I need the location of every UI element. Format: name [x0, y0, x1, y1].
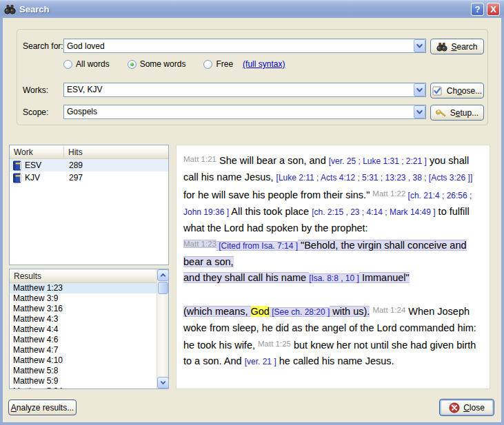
scroll-down-button[interactable] [157, 377, 169, 388]
cross-reference-link[interactable]: [Isa. 8:8 , 10 ] [309, 273, 359, 283]
work-row[interactable]: ESV289 [10, 159, 168, 172]
results-panel: Results Matthew 1:23Matthew 3:9Matthew 3… [9, 269, 169, 389]
result-item[interactable]: Matthew 4:6 [10, 335, 157, 345]
radio-circle-icon[interactable] [128, 60, 137, 69]
window-close-button[interactable]: X [487, 3, 500, 16]
search-mode-radios: All wordsSome wordsFree(full syntax) [63, 59, 285, 69]
works-combo-dropdown[interactable] [414, 83, 425, 96]
chevron-up-icon [159, 271, 167, 279]
binoculars-icon [436, 42, 447, 52]
radio-circle-icon[interactable] [203, 60, 212, 69]
radio-all-words[interactable]: All words [63, 59, 110, 69]
results-scrollbar[interactable] [157, 269, 168, 388]
scope-value: Gospels [64, 105, 414, 118]
verse-text: Immanuel" [359, 272, 410, 283]
analyze-results-label: Analyze results... [11, 403, 74, 413]
choose-button[interactable]: Choose... [430, 83, 484, 99]
result-item[interactable]: Matthew 4:4 [10, 324, 157, 335]
setup-button[interactable]: Setup... [430, 105, 484, 121]
verse-text: he called his name Jesus. [276, 355, 394, 366]
cross-reference-link[interactable]: [ch. 2:15 , 23 ; 4:14 ; Mark 14:49 ] [312, 207, 435, 217]
chevron-down-icon [159, 379, 167, 386]
chevron-down-icon [415, 41, 424, 50]
scope-combo-dropdown[interactable] [414, 105, 425, 118]
works-value: ESV, KJV [64, 83, 414, 96]
scope-label: Scope: [23, 107, 48, 117]
chevron-down-icon [415, 85, 424, 94]
results-list: Matthew 1:23Matthew 3:9Matthew 3:16Matth… [10, 283, 157, 388]
verse-text: with us). [330, 306, 370, 317]
work-hit-count: 289 [63, 160, 83, 170]
result-item[interactable]: Matthew 4:10 [10, 355, 157, 366]
work-hits-panel: Work Hits ESV289KJV297 [9, 145, 169, 265]
work-name: KJV [25, 173, 63, 183]
radio-label: Some words [140, 59, 186, 69]
verse-text: (which means, [183, 306, 251, 317]
verse-label: Matt 1:22 [372, 189, 405, 198]
work-name: ESV [25, 160, 63, 170]
scroll-up-button[interactable] [157, 269, 169, 281]
works-label: Works: [23, 85, 48, 95]
reading-pane: Matt 1:21 She will bear a son, and [ver.… [176, 145, 490, 389]
results-header-label: Results [10, 269, 46, 282]
results-header: Results [10, 269, 157, 283]
work-row[interactable]: KJV297 [10, 172, 168, 184]
full-syntax-link[interactable]: (full syntax) [243, 59, 285, 69]
work-hits-rows: ESV289KJV297 [10, 159, 168, 184]
book-icon [12, 160, 22, 171]
cross-reference-link[interactable]: [Luke 2:11 ; Acts 4:12 ; 5:31 ; 13:23 , … [276, 173, 473, 183]
scope-combobox[interactable]: Gospels [63, 105, 426, 119]
work-hits-header: Work Hits [10, 145, 168, 159]
verse-label: Matt 1:21 [183, 155, 216, 163]
cross-reference-link[interactable]: [See ch. 28:20 ] [270, 307, 330, 317]
radio-free[interactable]: Free [203, 59, 233, 69]
result-item[interactable]: Matthew 5:8 [10, 366, 157, 376]
works-combobox[interactable]: ESV, KJV [63, 83, 426, 97]
analyze-results-button[interactable]: Analyze results... [8, 400, 77, 415]
close-button[interactable]: Close [439, 399, 494, 416]
wrench-icon [436, 108, 447, 118]
verse-label: Matt 1:24 [372, 306, 405, 314]
cross-reference-link[interactable]: [Cited from Isa. 7:14 ] [216, 241, 298, 251]
help-button[interactable]: ? [471, 3, 484, 16]
cross-reference-link[interactable]: [ver. 21 ] [245, 357, 276, 366]
search-for-label: Search for: [23, 41, 63, 51]
verse-text: and they shall call his name [183, 272, 309, 283]
checkbox-check-icon [432, 86, 443, 96]
titlebar[interactable]: Search ? X [0, 0, 504, 18]
work-hit-count: 297 [63, 173, 83, 183]
verse-label: Matt 1:23 [183, 240, 216, 248]
cross-reference-link[interactable]: [ver. 25 ; Luke 1:31 ; 2:21 ] [329, 156, 427, 166]
result-item[interactable]: Matthew 4:3 [10, 314, 157, 324]
result-item[interactable]: Matthew 3:9 [10, 293, 157, 304]
close-button-label: Close [463, 403, 485, 413]
result-item[interactable]: Matthew 3:16 [10, 304, 157, 314]
search-input[interactable] [64, 39, 414, 52]
binoculars-icon [4, 4, 16, 14]
search-combobox [63, 39, 426, 53]
radio-label: All words [76, 59, 110, 69]
search-combo-dropdown[interactable] [414, 39, 425, 52]
search-dialog: Search ? X Search for: Sear [0, 0, 504, 425]
radio-label: Free [216, 59, 233, 69]
work-column-header[interactable]: Work [10, 145, 63, 158]
hits-column-header[interactable]: Hits [64, 145, 87, 158]
search-button[interactable]: Search [430, 39, 484, 54]
window-title: Search [19, 4, 49, 14]
verse-text: All this took place [229, 206, 312, 217]
red-close-circle-icon [449, 402, 460, 413]
choose-button-label: Choose... [447, 86, 482, 96]
book-icon [12, 173, 22, 183]
result-item[interactable]: Matthew 5:9 [10, 376, 157, 386]
result-item[interactable]: Matthew 5:34 [10, 386, 157, 388]
verse-text: for he will save his people from their s… [183, 189, 372, 200]
radio-circle-icon[interactable] [63, 60, 72, 69]
scrollbar-thumb[interactable] [158, 282, 168, 294]
setup-button-label: Setup... [450, 108, 478, 118]
verse-label: Matt 1:25 [258, 340, 291, 348]
result-item[interactable]: Matthew 4:7 [10, 345, 157, 355]
result-item[interactable]: Matthew 1:23 [10, 283, 157, 293]
search-hit-word: God [251, 306, 270, 317]
search-button-label: Search [451, 42, 477, 52]
radio-some-words[interactable]: Some words [128, 59, 186, 69]
